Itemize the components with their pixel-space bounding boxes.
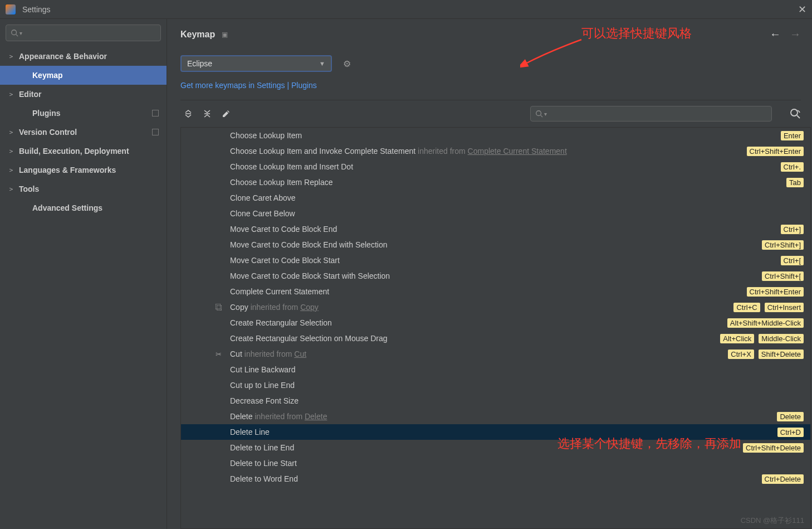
shortcut-container: Ctrl+Shift+Enter (747, 147, 804, 156)
sidebar-item-editor[interactable]: ＞Editor (0, 85, 167, 104)
shortcut-badge: Delete (777, 412, 804, 421)
shortcut-badge: Ctrl+Insert (765, 303, 804, 312)
edit-icon[interactable] (222, 109, 231, 118)
action-row[interactable]: Create Rectangular Selection on Mouse Dr… (181, 331, 810, 346)
action-row[interactable]: Choose Lookup ItemEnter (181, 128, 810, 143)
sidebar-item-label: Languages & Frameworks (19, 166, 159, 174)
more-keymaps-link[interactable]: Get more keymaps in Settings | Plugins (180, 81, 812, 90)
sidebar-item-keymap[interactable]: Keymap (0, 66, 167, 85)
action-row[interactable]: Delete to Word EndCtrl+Delete (181, 471, 810, 487)
gear-icon[interactable]: ⚙ (343, 59, 351, 69)
action-label: Decrease Font Size (230, 396, 299, 405)
shortcut-badge: Ctrl+D (777, 428, 804, 437)
action-row[interactable]: Clone Caret Above (181, 190, 810, 206)
shortcut-container: Ctrl+[ (781, 256, 804, 265)
reset-icon[interactable]: ▣ (222, 31, 228, 38)
chevron-right-icon: ＞ (8, 166, 13, 175)
svg-point-0 (12, 30, 17, 35)
shortcut-badge: Ctrl+Shift+[ (762, 271, 804, 281)
cut-icon: ✂ (216, 350, 222, 358)
inherited-label: inherited from Complete Current Statemen… (418, 147, 567, 156)
main-panel: Keymap ▣ ← → Eclipse ▼ ⚙ 可以选择快捷键风格 Get m… (167, 19, 812, 529)
sidebar-item-label: Version Control (19, 128, 152, 137)
page-title: Keymap (180, 30, 215, 40)
action-row[interactable]: Cut Line Backward (181, 362, 810, 377)
shortcut-badge: Ctrl+C (733, 303, 760, 312)
action-row[interactable]: Choose Lookup Item and Invoke Complete S… (181, 143, 810, 159)
sidebar-item-build-execution-deployment[interactable]: ＞Build, Execution, Deployment (0, 142, 167, 161)
sidebar: ▾ ＞Appearance & BehaviorKeymap＞EditorPlu… (0, 19, 167, 529)
action-row[interactable]: Choose Lookup Item and Insert DotCtrl+. (181, 159, 810, 174)
action-label: Clone Caret Above (230, 193, 296, 202)
action-label: Create Rectangular Selection (230, 318, 332, 327)
action-label: Delete to Line End (230, 443, 294, 452)
collapse-all-icon[interactable] (203, 109, 212, 118)
action-label: Copy (230, 303, 248, 312)
nav-back-icon[interactable]: ← (770, 28, 781, 41)
watermark: CSDN @格子衫111 (741, 516, 804, 526)
sidebar-item-appearance-behavior[interactable]: ＞Appearance & Behavior (0, 47, 167, 66)
nav-arrows: ← → (770, 28, 801, 41)
sidebar-item-label: Keymap (32, 71, 159, 80)
action-row[interactable]: Delete inherited from DeleteDelete (181, 409, 810, 424)
shortcut-container: Delete (777, 412, 804, 421)
find-shortcut-icon[interactable] (790, 108, 801, 119)
sidebar-item-label: Editor (19, 90, 159, 99)
chevron-down-icon: ▼ (319, 60, 325, 67)
action-row[interactable]: Move Caret to Code Block Start with Sele… (181, 268, 810, 284)
sidebar-item-label: Tools (19, 185, 159, 193)
action-row[interactable]: Decrease Font Size (181, 393, 810, 409)
action-row[interactable]: ✂Cut inherited from CutCtrl+XShift+Delet… (181, 346, 810, 362)
titlebar: Settings ✕ (0, 0, 812, 19)
sidebar-item-plugins[interactable]: Plugins (0, 104, 167, 123)
svg-point-6 (791, 109, 798, 116)
action-label: Move Caret to Code Block Start (230, 256, 340, 265)
shortcut-container: Tab (786, 178, 804, 187)
action-label: Delete Line (230, 428, 270, 436)
sidebar-item-version-control[interactable]: ＞Version Control (0, 123, 167, 142)
sidebar-search-input[interactable]: ▾ (6, 25, 161, 41)
shortcut-badge: Alt+Shift+Middle-Click (727, 318, 804, 328)
shortcut-badge: Ctrl+. (781, 162, 804, 172)
action-row[interactable]: Move Caret to Code Block StartCtrl+[ (181, 253, 810, 268)
chevron-right-icon: ＞ (8, 90, 13, 99)
shortcut-badge: Ctrl+Shift+Delete (743, 443, 804, 453)
keymap-dropdown[interactable]: Eclipse ▼ (180, 55, 332, 72)
shortcut-badge: Ctrl+Delete (762, 474, 804, 484)
chevron-right-icon: ＞ (8, 185, 13, 194)
sidebar-item-tools[interactable]: ＞Tools (0, 179, 167, 198)
action-row[interactable]: ⿻Copy inherited from CopyCtrl+CCtrl+Inse… (181, 299, 810, 315)
action-row[interactable]: Complete Current StatementCtrl+Shift+Ent… (181, 284, 810, 299)
svg-line-1 (16, 35, 18, 37)
window-title: Settings (22, 5, 51, 14)
chevron-right-icon: ＞ (8, 52, 13, 61)
shortcut-container: Ctrl+CCtrl+Insert (733, 303, 804, 312)
action-label: Move Caret to Code Block End with Select… (230, 240, 387, 249)
action-row[interactable]: Delete LineCtrl+D (181, 424, 810, 440)
action-label: Cut up to Line End (230, 381, 295, 390)
sidebar-item-label: Build, Execution, Deployment (19, 147, 159, 156)
inherited-label: inherited from Cut (244, 350, 306, 358)
action-label: Choose Lookup Item and Insert Dot (230, 162, 353, 171)
chevron-right-icon: ＞ (8, 147, 13, 156)
action-row[interactable]: Move Caret to Code Block EndCtrl+] (181, 221, 810, 237)
action-row[interactable]: Choose Lookup Item ReplaceTab (181, 174, 810, 190)
action-row[interactable]: Cut up to Line End (181, 377, 810, 393)
action-list[interactable]: Choose Lookup ItemEnterChoose Lookup Ite… (180, 127, 811, 529)
shortcut-container: Ctrl+] (781, 225, 804, 234)
action-label: Choose Lookup Item (230, 131, 302, 140)
action-label: Complete Current Statement (230, 287, 329, 296)
shortcut-container: Alt+ClickMiddle-Click (720, 334, 804, 343)
sidebar-item-advanced-settings[interactable]: Advanced Settings (0, 198, 167, 217)
svg-point-4 (536, 111, 541, 116)
action-row[interactable]: Create Rectangular SelectionAlt+Shift+Mi… (181, 315, 810, 331)
shortcut-badge: Shift+Delete (759, 350, 804, 359)
close-icon[interactable]: ✕ (798, 3, 806, 16)
action-row[interactable]: Delete to Line Start (181, 455, 810, 471)
expand-all-icon[interactable] (184, 109, 193, 118)
action-row[interactable]: Clone Caret Below (181, 206, 810, 221)
action-search-input[interactable]: ▾ (530, 106, 772, 122)
action-row[interactable]: Move Caret to Code Block End with Select… (181, 237, 810, 253)
action-row[interactable]: Delete to Line EndCtrl+Shift+Delete (181, 440, 810, 455)
sidebar-item-languages-frameworks[interactable]: ＞Languages & Frameworks (0, 161, 167, 179)
